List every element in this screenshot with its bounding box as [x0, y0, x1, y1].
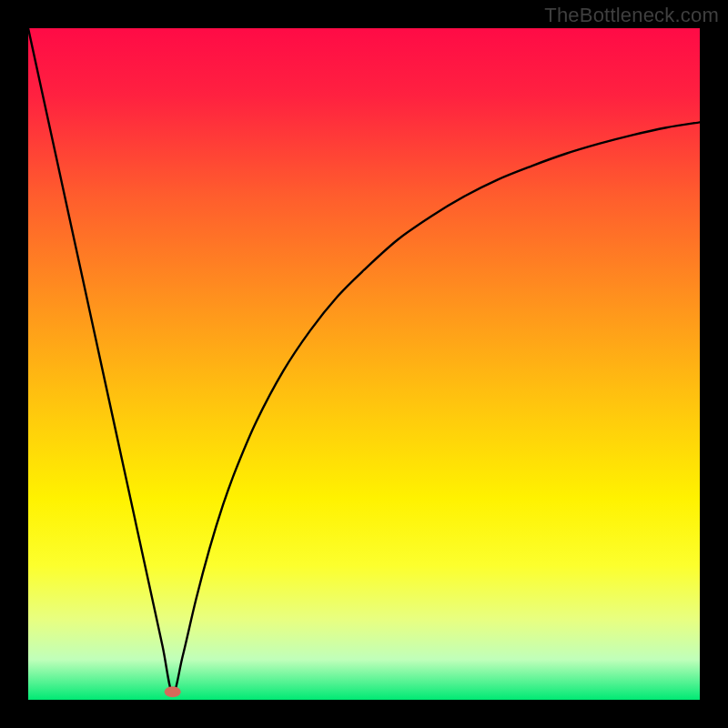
chart-frame: TheBottleneck.com — [0, 0, 728, 728]
optimal-point-marker — [165, 686, 181, 697]
plot-area — [28, 28, 700, 700]
watermark-text: TheBottleneck.com — [544, 4, 719, 27]
chart-svg — [28, 28, 700, 700]
chart-background — [28, 28, 700, 700]
